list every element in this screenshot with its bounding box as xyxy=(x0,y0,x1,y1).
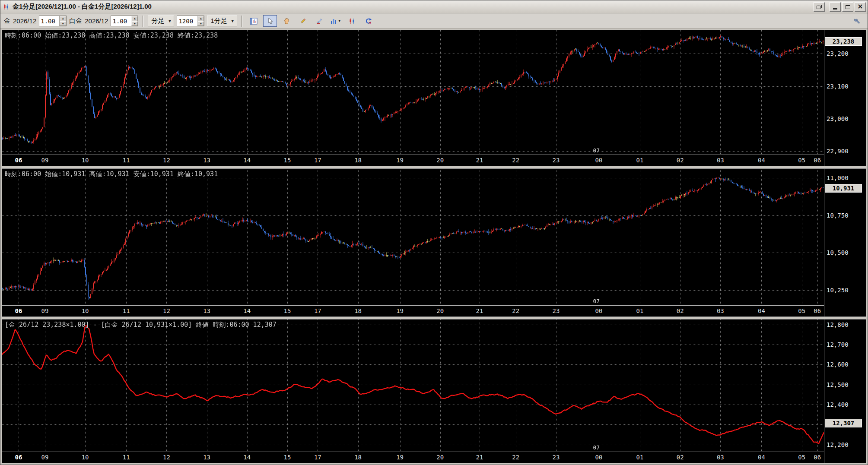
gold-x-axis-label: 17 xyxy=(314,157,321,164)
platinum-x-axis-label: 04 xyxy=(758,307,765,314)
platinum-x-axis-label: 10 xyxy=(82,307,89,314)
platinum-x-axis-label: 00 xyxy=(595,307,602,314)
spread-y-axis-label: 12,500 xyxy=(827,381,849,388)
maximize-button[interactable] xyxy=(842,2,853,12)
window-controls: × xyxy=(814,2,866,12)
gold-x-axis-label: 22 xyxy=(512,157,519,164)
spread-x-axis-label: 06 xyxy=(814,454,821,461)
chart-settings-button[interactable] xyxy=(247,15,261,27)
spread-chart-canvas[interactable] xyxy=(2,319,824,452)
spread-x-axis-label: 14 xyxy=(243,454,251,461)
reload-button[interactable]: R xyxy=(362,15,375,27)
pan-hand-button[interactable] xyxy=(280,15,293,27)
spread-x-axis-label: 23 xyxy=(553,454,560,461)
spread-x-axis-label: 01 xyxy=(636,454,644,461)
platinum-plot-area[interactable]: 時刻:06:00 始値:10,931 高値:10,931 安値:10,931 終… xyxy=(2,169,824,305)
bar-count-input[interactable] xyxy=(177,16,197,26)
spread-x-axis-label: 17 xyxy=(314,454,321,461)
draw-line-button[interactable] xyxy=(296,15,310,27)
gold-x-axis-label: 02 xyxy=(677,157,684,164)
gold-x-axis-label: 20 xyxy=(436,157,444,164)
refresh-icon: R xyxy=(365,18,372,25)
gold-chart-canvas[interactable] xyxy=(2,30,824,155)
gold-contract-label: 2026/12 xyxy=(13,17,36,25)
gold-x-axis-label: 09 xyxy=(41,157,48,164)
platinum-multiplier-input[interactable] xyxy=(111,16,131,26)
gold-info-text: 時刻:06:00 始値:23,238 高値:23,238 安値:23,238 終… xyxy=(5,32,218,40)
platinum-x-axis-label: 02 xyxy=(677,307,684,314)
spread-x-axis-label: 09 xyxy=(41,454,48,461)
spread-x-axis-label: 02 xyxy=(677,454,684,461)
wrench-icon xyxy=(853,17,861,25)
charts-area: 時刻:06:00 始値:23,238 高値:23,238 安値:23,238 終… xyxy=(0,29,868,465)
candle-style-button[interactable] xyxy=(345,15,359,27)
platinum-multiplier-up-button[interactable]: ▲ xyxy=(131,16,138,21)
platinum-x-axis-label: 18 xyxy=(354,307,362,314)
platinum-x-axis-label: 19 xyxy=(396,307,404,314)
minimize-button[interactable] xyxy=(830,2,841,12)
platinum-x-axis-label: 22 xyxy=(512,307,519,314)
gold-label: 金 xyxy=(4,17,10,25)
gold-y-axis: 23,238 23,20023,10023,00022,900 xyxy=(824,30,866,166)
platinum-chart-canvas[interactable] xyxy=(2,169,824,305)
spread-x-axis-label: 12 xyxy=(163,454,170,461)
close-icon: × xyxy=(857,3,863,10)
platinum-x-axis-label: 09 xyxy=(41,307,48,314)
spread-y-axis-label: 12,200 xyxy=(827,441,849,448)
gold-y-axis-label: 23,200 xyxy=(827,50,849,57)
gold-x-axis-label: 13 xyxy=(203,157,210,164)
spread-x-axis-label: 18 xyxy=(354,454,362,461)
interval-dropdown[interactable]: 1分足 ▼ xyxy=(207,16,237,26)
bar-count-up-button[interactable]: ▲ xyxy=(197,16,204,21)
spread-plot-area[interactable]: [金 26/12 23,238×1.00] - [白金 26/12 10,931… xyxy=(2,319,824,452)
spread-x-axis-label: 05 xyxy=(798,454,805,461)
platinum-info-text: 時刻:06:00 始値:10,931 高値:10,931 安値:10,931 終… xyxy=(5,170,218,178)
chart-grid-icon xyxy=(250,18,258,25)
pen-erase-icon xyxy=(316,18,323,25)
platinum-y-axis-label: 10,750 xyxy=(827,212,849,219)
float-window-icon xyxy=(817,5,822,9)
candlestick-icon xyxy=(349,18,356,25)
gold-multiplier-input[interactable] xyxy=(39,16,59,26)
float-window-button[interactable] xyxy=(814,2,825,12)
bar-style-dropdown-button[interactable]: ▼ xyxy=(329,15,343,27)
spread-x-axis-label: 06 xyxy=(15,454,22,461)
gold-plot-area[interactable]: 時刻:06:00 始値:23,238 高値:23,238 安値:23,238 終… xyxy=(2,30,824,155)
platinum-multiplier-down-button[interactable]: ▼ xyxy=(131,21,138,26)
gold-x-axis-label: 11 xyxy=(123,157,130,164)
select-cursor-button[interactable] xyxy=(263,15,277,27)
gold-x-axis: 0609101112131415171819202122230001020304… xyxy=(2,155,824,166)
maximize-icon xyxy=(846,5,850,9)
pencil-icon xyxy=(299,18,306,25)
erase-line-button[interactable] xyxy=(312,15,326,27)
toolbar: 金 2026/12 ▲ ▼ 白金 2026/12 ▲ ▼ 分足 ▼ ▲ xyxy=(0,13,868,29)
close-button[interactable]: × xyxy=(855,2,866,12)
platinum-last-price-box: 10,931 xyxy=(825,184,862,193)
bar-count-down-button[interactable]: ▼ xyxy=(197,21,204,26)
platinum-x-axis-label: 05 xyxy=(798,307,805,314)
hand-icon xyxy=(283,18,290,25)
spread-x-axis-label: 19 xyxy=(396,454,404,461)
gold-multiplier-down-button[interactable]: ▼ xyxy=(60,21,66,26)
gold-multiplier-spinner: ▲ ▼ xyxy=(39,16,67,26)
spread-x-axis-label: 10 xyxy=(82,454,89,461)
platinum-x-axis-label: 13 xyxy=(203,307,210,314)
gold-multiplier-up-button[interactable]: ▲ xyxy=(60,16,66,21)
platinum-x-axis-label: 20 xyxy=(436,307,444,314)
cursor-icon xyxy=(267,18,273,25)
bar-type-dropdown[interactable]: 分足 ▼ xyxy=(148,16,174,26)
platinum-multiplier-spinner: ▲ ▼ xyxy=(111,16,138,26)
gold-x-axis-label: 00 xyxy=(595,157,602,164)
settings-wrench-button[interactable] xyxy=(850,15,864,27)
spread-y-axis-label: 12,600 xyxy=(827,361,849,368)
spread-x-axis: 0609101112131415171819202122230001020304… xyxy=(2,452,824,463)
minimize-icon xyxy=(833,8,837,9)
spread-chart-panel: [金 26/12 23,238×1.00] - [白金 26/12 10,931… xyxy=(2,319,866,463)
platinum-x-axis-label: 12 xyxy=(163,307,170,314)
app-window: 金1分足[2026/12]1.00 - 白金1分足[2026/12]1.00 ×… xyxy=(0,0,868,465)
chevron-down-icon: ▼ xyxy=(231,19,235,23)
gold-y-axis-label: 23,000 xyxy=(827,115,849,122)
gold-x-axis-label: 21 xyxy=(476,157,483,164)
interval-value: 1分足 xyxy=(210,17,227,25)
gold-x-axis-label: 10 xyxy=(82,157,89,164)
